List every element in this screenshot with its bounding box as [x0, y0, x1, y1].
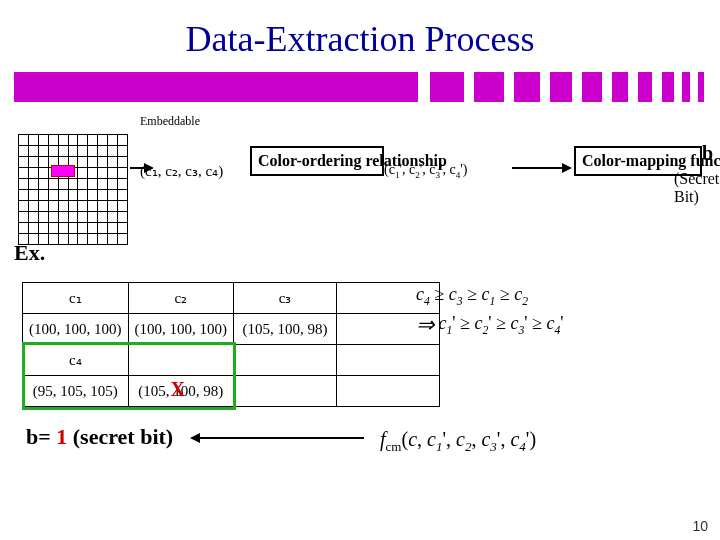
slide-title: Data-Extraction Process	[0, 18, 720, 60]
slide-number: 10	[692, 518, 708, 534]
output-b: b	[702, 142, 713, 165]
embeddable-label: Embeddable	[140, 114, 200, 129]
color-ordering-box: Color-ordering relationship	[250, 146, 384, 176]
arrow-icon	[130, 167, 144, 169]
pixel-grid	[18, 134, 128, 214]
ordering-formula: c4 ≥ c3 ≥ c1 ≥ c2 ⇒ c1' ≥ c2' ≥ c3' ≥ c4…	[416, 284, 564, 338]
result-bit: b= 1 (secret bit)	[26, 424, 173, 450]
table-cell: (105, 100, 98)	[234, 314, 337, 345]
sorted-tuple: (c1', c2', c3', c4')	[384, 162, 468, 180]
table-header: c₂	[128, 283, 234, 314]
highlight-box	[22, 342, 236, 410]
decorative-bar	[14, 72, 706, 102]
fcm-formula: fcm(c, c1', c2, c3', c4')	[380, 428, 610, 455]
table-cell: (100, 100, 100)	[128, 314, 234, 345]
table-cell: (100, 100, 100)	[23, 314, 129, 345]
example-label: Ex.	[14, 240, 45, 266]
secret-bit-label: (Secret Bit)	[674, 170, 719, 206]
table-header: c₁	[23, 283, 129, 314]
arrow-icon	[200, 437, 364, 439]
table-header: c₃	[234, 283, 337, 314]
arrow-icon	[512, 167, 562, 169]
